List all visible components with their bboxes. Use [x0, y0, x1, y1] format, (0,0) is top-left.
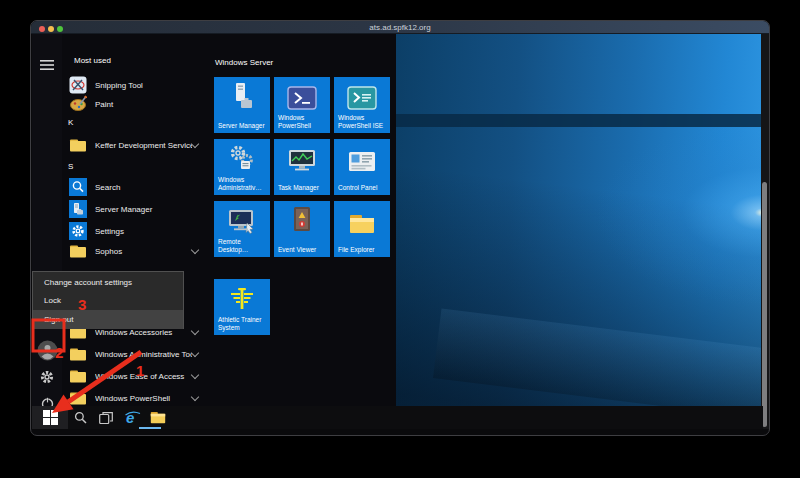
desktop-wallpaper [396, 34, 763, 406]
paint-icon [69, 95, 87, 113]
control-panel-tile-icon [348, 151, 376, 172]
chevron-down-icon[interactable] [191, 326, 199, 334]
tile-label: Event Viewer [278, 246, 328, 254]
window-title: ats.ad.spfk12.org [31, 21, 769, 34]
user-context-menu: Change account settings Lock Sign out [32, 271, 184, 329]
server-manager-icon [69, 200, 87, 218]
search-icon [74, 411, 87, 424]
close-button[interactable] [39, 26, 45, 32]
user-account-button[interactable] [32, 337, 62, 363]
menu-item-lock[interactable]: Lock [33, 291, 183, 310]
vertical-scrollbar-thumb[interactable] [762, 182, 767, 427]
section-header-most-used: Most used [74, 56, 111, 65]
taskbar-search-button[interactable] [68, 406, 92, 429]
folder-item-label: Sophos [95, 247, 192, 256]
settings-tile-icon [69, 222, 87, 240]
app-item-paint[interactable]: Paint [63, 93, 207, 115]
tile-label: Windows PowerShell [278, 114, 328, 130]
screenshot-stage: ats.ad.spfk12.org [0, 0, 800, 478]
folder-item-keffer[interactable]: Keffer Development Services,… [63, 134, 207, 156]
tile-server-manager[interactable]: Server Manager [214, 77, 270, 133]
tile-windows-powershell[interactable]: Windows PowerShell [274, 77, 330, 133]
folder-icon [69, 367, 87, 385]
remote-desktop-tile-icon [227, 209, 257, 235]
wallpaper-dark-band [396, 114, 763, 127]
app-item-label: Snipping Tool [95, 81, 207, 90]
section-header-s[interactable]: S [68, 162, 73, 171]
folder-item-label: Windows Administrative Tools [95, 350, 192, 359]
start-menu-panel: Most used Snipping Tool [32, 34, 396, 406]
expand-menu-button[interactable] [32, 52, 62, 78]
file-explorer-tile-icon [348, 213, 376, 235]
powershell-tile-icon [287, 86, 317, 110]
zoom-button[interactable] [57, 26, 63, 32]
app-item-label: Server Manager [95, 205, 207, 214]
athletic-trainer-system-icon [227, 285, 257, 315]
app-item-label: Settings [95, 227, 207, 236]
tile-remote-desktop[interactable]: Remote Desktop… [214, 201, 270, 257]
folder-icon [69, 136, 87, 154]
tile-file-explorer[interactable]: File Explorer [334, 201, 390, 257]
titlebar[interactable]: ats.ad.spfk12.org [31, 21, 769, 34]
folder-item-label: Windows Ease of Access [95, 372, 192, 381]
task-view-button[interactable] [94, 406, 118, 429]
task-manager-tile-icon [287, 149, 317, 173]
menu-item-change-account-settings[interactable]: Change account settings [33, 273, 183, 292]
start-button[interactable] [32, 406, 68, 429]
tile-label: File Explorer [338, 246, 388, 254]
tile-windows-administrative-tools[interactable]: Windows Administrativ… [214, 139, 270, 195]
tile-label: Server Manager [218, 122, 268, 130]
folder-item-windows-ease-of-access[interactable]: Windows Ease of Access [63, 365, 207, 387]
tile-label: Athletic Trainer System [218, 316, 268, 332]
minimize-button[interactable] [48, 26, 54, 32]
tile-group-header[interactable]: Windows Server [215, 58, 273, 67]
tile-athletic-trainer-system[interactable]: Athletic Trainer System [214, 279, 270, 335]
chevron-down-icon[interactable] [191, 392, 199, 400]
vertical-scrollbar[interactable] [761, 34, 769, 429]
tile-label: Control Panel [338, 184, 388, 192]
tile-label: Task Manager [278, 184, 328, 192]
chevron-down-icon[interactable] [191, 245, 199, 253]
app-item-search[interactable]: Search [63, 176, 207, 198]
folder-icon [69, 389, 87, 407]
folder-item-windows-admin-tools[interactable]: Windows Administrative Tools [63, 343, 207, 365]
server-manager-tile-icon [229, 82, 255, 110]
folder-item-label: Keffer Development Services,… [95, 141, 192, 150]
snipping-tool-icon [69, 76, 87, 94]
section-header-k[interactable]: K [68, 118, 73, 127]
folder-icon [69, 345, 87, 363]
app-item-settings[interactable]: Settings [63, 220, 207, 242]
taskbar: e [32, 406, 763, 429]
tile-label: Windows PowerShell ISE [338, 114, 388, 130]
powershell-ise-tile-icon [347, 86, 377, 110]
event-viewer-tile-icon [291, 206, 313, 234]
tile-label: Remote Desktop… [218, 238, 268, 254]
remote-desktop-window: ats.ad.spfk12.org [30, 20, 770, 436]
app-item-server-manager[interactable]: Server Manager [63, 198, 207, 220]
hamburger-icon [40, 59, 54, 71]
folder-item-sophos[interactable]: Sophos [63, 240, 207, 262]
internet-explorer-button[interactable]: e [120, 406, 144, 429]
user-icon [37, 340, 58, 361]
tile-control-panel[interactable]: Control Panel [334, 139, 390, 195]
tile-windows-powershell-ise[interactable]: Windows PowerShell ISE [334, 77, 390, 133]
menu-item-sign-out[interactable]: Sign out [33, 310, 183, 329]
remote-screen: Most used Snipping Tool [32, 34, 763, 429]
windows-logo-icon [43, 410, 58, 425]
chevron-down-icon[interactable] [191, 348, 199, 356]
tile-label: Windows Administrativ… [218, 176, 268, 192]
app-item-label: Search [95, 183, 207, 192]
internet-explorer-icon: e [124, 409, 141, 426]
file-explorer-icon [150, 411, 166, 424]
tile-task-manager[interactable]: Task Manager [274, 139, 330, 195]
folder-item-label: Windows PowerShell [95, 394, 192, 403]
settings-rail-button[interactable] [32, 364, 62, 390]
tile-event-viewer[interactable]: Event Viewer [274, 201, 330, 257]
folder-icon [69, 242, 87, 260]
file-explorer-button[interactable] [146, 406, 170, 429]
gear-icon [40, 370, 54, 384]
chevron-down-icon[interactable] [191, 370, 199, 378]
admin-tools-tile-icon [228, 144, 256, 170]
task-view-icon [99, 412, 113, 424]
chevron-down-icon[interactable] [191, 139, 199, 147]
